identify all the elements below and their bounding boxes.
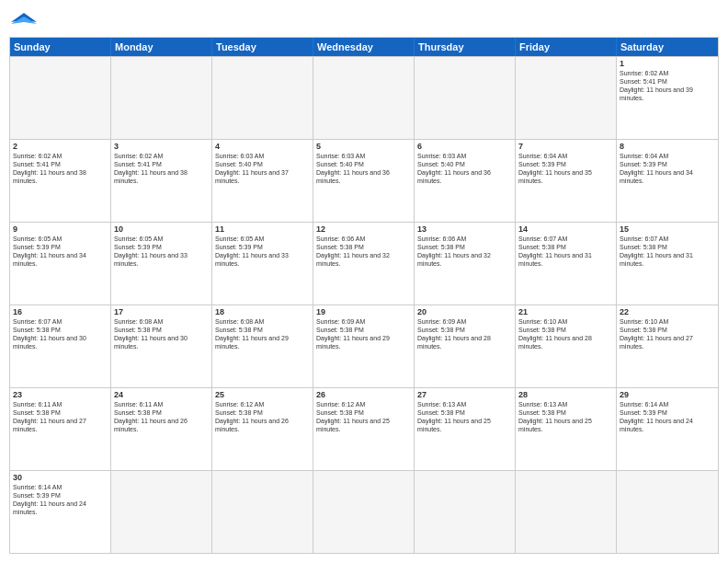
cell-2-3: 4Sunrise: 6:03 AM Sunset: 5:40 PM Daylig…: [212, 140, 313, 222]
cell-info: Sunrise: 6:07 AM Sunset: 5:38 PM Dayligh…: [13, 317, 108, 350]
cell-info: Sunrise: 6:10 AM Sunset: 5:38 PM Dayligh…: [518, 317, 613, 350]
day-number: 3: [114, 142, 209, 151]
day-header-wednesday: Wednesday: [313, 38, 415, 56]
week-4: 16Sunrise: 6:07 AM Sunset: 5:38 PM Dayli…: [10, 304, 718, 387]
calendar: SundayMondayTuesdayWednesdayThursdayFrid…: [9, 37, 719, 554]
day-number: 5: [316, 142, 411, 151]
cell-5-4: 26Sunrise: 6:12 AM Sunset: 5:38 PM Dayli…: [313, 388, 415, 470]
cell-info: Sunrise: 6:09 AM Sunset: 5:38 PM Dayligh…: [316, 317, 411, 350]
cell-4-3: 18Sunrise: 6:08 AM Sunset: 5:38 PM Dayli…: [212, 305, 313, 387]
day-number: 23: [13, 390, 108, 399]
cell-info: Sunrise: 6:14 AM Sunset: 5:39 PM Dayligh…: [620, 400, 715, 433]
cell-6-6: [516, 471, 617, 553]
day-number: 12: [316, 224, 411, 234]
week-2: 2Sunrise: 6:02 AM Sunset: 5:41 PM Daylig…: [10, 139, 718, 222]
cell-3-7: 15Sunrise: 6:07 AM Sunset: 5:38 PM Dayli…: [617, 223, 718, 304]
cell-info: Sunrise: 6:06 AM Sunset: 5:38 PM Dayligh…: [316, 235, 411, 268]
cell-6-3: [212, 471, 313, 553]
cell-2-4: 5Sunrise: 6:03 AM Sunset: 5:40 PM Daylig…: [313, 140, 415, 222]
cell-info: Sunrise: 6:07 AM Sunset: 5:38 PM Dayligh…: [518, 235, 613, 268]
cell-2-2: 3Sunrise: 6:02 AM Sunset: 5:41 PM Daylig…: [111, 140, 212, 222]
week-6: 30Sunrise: 6:14 AM Sunset: 5:39 PM Dayli…: [10, 470, 718, 553]
day-header-thursday: Thursday: [415, 38, 516, 56]
cell-info: Sunrise: 6:06 AM Sunset: 5:38 PM Dayligh…: [417, 235, 512, 268]
day-number: 27: [417, 390, 512, 399]
day-number: 17: [114, 307, 209, 316]
cell-4-6: 21Sunrise: 6:10 AM Sunset: 5:38 PM Dayli…: [516, 305, 617, 387]
cell-info: Sunrise: 6:08 AM Sunset: 5:38 PM Dayligh…: [215, 317, 310, 350]
day-number: 24: [114, 390, 209, 399]
day-header-sunday: Sunday: [10, 38, 111, 56]
day-number: 18: [215, 307, 310, 316]
day-number: 22: [620, 307, 715, 316]
day-number: 20: [417, 307, 512, 316]
day-header-saturday: Saturday: [617, 38, 718, 56]
day-number: 4: [215, 142, 310, 151]
cell-info: Sunrise: 6:05 AM Sunset: 5:39 PM Dayligh…: [114, 235, 209, 268]
day-number: 19: [316, 307, 411, 316]
cell-1-2: [111, 57, 212, 139]
cell-5-1: 23Sunrise: 6:11 AM Sunset: 5:38 PM Dayli…: [10, 388, 111, 470]
cell-3-3: 11Sunrise: 6:05 AM Sunset: 5:39 PM Dayli…: [212, 223, 313, 304]
cell-3-4: 12Sunrise: 6:06 AM Sunset: 5:38 PM Dayli…: [313, 223, 415, 304]
cell-info: Sunrise: 6:14 AM Sunset: 5:39 PM Dayligh…: [13, 483, 108, 516]
cell-2-5: 6Sunrise: 6:03 AM Sunset: 5:40 PM Daylig…: [415, 140, 516, 222]
cell-3-6: 14Sunrise: 6:07 AM Sunset: 5:38 PM Dayli…: [516, 223, 617, 304]
cell-info: Sunrise: 6:03 AM Sunset: 5:40 PM Dayligh…: [417, 152, 512, 185]
cell-info: Sunrise: 6:02 AM Sunset: 5:41 PM Dayligh…: [13, 152, 108, 185]
cell-info: Sunrise: 6:11 AM Sunset: 5:38 PM Dayligh…: [114, 400, 209, 433]
day-number: 9: [13, 224, 108, 234]
cell-info: Sunrise: 6:07 AM Sunset: 5:38 PM Dayligh…: [620, 235, 715, 268]
cell-3-2: 10Sunrise: 6:05 AM Sunset: 5:39 PM Dayli…: [111, 223, 212, 304]
cell-info: Sunrise: 6:02 AM Sunset: 5:41 PM Dayligh…: [114, 152, 209, 185]
cell-1-5: [415, 57, 516, 139]
day-number: 8: [620, 142, 715, 151]
cell-info: Sunrise: 6:13 AM Sunset: 5:38 PM Dayligh…: [518, 400, 613, 433]
weeks: 1Sunrise: 6:02 AM Sunset: 5:41 PM Daylig…: [10, 56, 718, 553]
cell-6-5: [415, 471, 516, 553]
cell-info: Sunrise: 6:04 AM Sunset: 5:39 PM Dayligh…: [518, 152, 613, 185]
cell-1-6: [516, 57, 617, 139]
day-number: 28: [518, 390, 613, 399]
week-1: 1Sunrise: 6:02 AM Sunset: 5:41 PM Daylig…: [10, 56, 718, 139]
day-number: 26: [316, 390, 411, 399]
day-number: 15: [620, 224, 715, 234]
cell-3-5: 13Sunrise: 6:06 AM Sunset: 5:38 PM Dayli…: [415, 223, 516, 304]
cell-info: Sunrise: 6:05 AM Sunset: 5:39 PM Dayligh…: [215, 235, 310, 268]
cell-4-4: 19Sunrise: 6:09 AM Sunset: 5:38 PM Dayli…: [313, 305, 415, 387]
cell-4-7: 22Sunrise: 6:10 AM Sunset: 5:38 PM Dayli…: [617, 305, 718, 387]
day-number: 13: [417, 224, 512, 234]
cell-6-2: [111, 471, 212, 553]
cell-4-1: 16Sunrise: 6:07 AM Sunset: 5:38 PM Dayli…: [10, 305, 111, 387]
cell-1-7: 1Sunrise: 6:02 AM Sunset: 5:41 PM Daylig…: [617, 57, 718, 139]
day-number: 16: [13, 307, 108, 316]
day-number: 6: [417, 142, 512, 151]
logo: [9, 9, 37, 31]
cell-2-6: 7Sunrise: 6:04 AM Sunset: 5:39 PM Daylig…: [516, 140, 617, 222]
cell-info: Sunrise: 6:10 AM Sunset: 5:38 PM Dayligh…: [620, 317, 715, 350]
week-5: 23Sunrise: 6:11 AM Sunset: 5:38 PM Dayli…: [10, 387, 718, 470]
logo-bird-icon: [11, 13, 37, 31]
day-number: 14: [518, 224, 613, 234]
cell-4-5: 20Sunrise: 6:09 AM Sunset: 5:38 PM Dayli…: [415, 305, 516, 387]
day-header-friday: Friday: [516, 38, 617, 56]
week-3: 9Sunrise: 6:05 AM Sunset: 5:39 PM Daylig…: [10, 222, 718, 304]
day-number: 11: [215, 224, 310, 234]
cell-1-4: [313, 57, 415, 139]
cell-3-1: 9Sunrise: 6:05 AM Sunset: 5:39 PM Daylig…: [10, 223, 111, 304]
cell-5-3: 25Sunrise: 6:12 AM Sunset: 5:38 PM Dayli…: [212, 388, 313, 470]
day-number: 10: [114, 224, 209, 234]
day-number: 7: [518, 142, 613, 151]
day-headers: SundayMondayTuesdayWednesdayThursdayFrid…: [10, 38, 718, 56]
day-number: 25: [215, 390, 310, 399]
cell-info: Sunrise: 6:11 AM Sunset: 5:38 PM Dayligh…: [13, 400, 108, 433]
cell-6-1: 30Sunrise: 6:14 AM Sunset: 5:39 PM Dayli…: [10, 471, 111, 553]
header: [9, 9, 719, 31]
day-number: 30: [13, 473, 108, 482]
cell-info: Sunrise: 6:02 AM Sunset: 5:41 PM Dayligh…: [620, 69, 715, 102]
cell-2-1: 2Sunrise: 6:02 AM Sunset: 5:41 PM Daylig…: [10, 140, 111, 222]
cell-5-5: 27Sunrise: 6:13 AM Sunset: 5:38 PM Dayli…: [415, 388, 516, 470]
day-number: 2: [13, 142, 108, 151]
cell-info: Sunrise: 6:08 AM Sunset: 5:38 PM Dayligh…: [114, 317, 209, 350]
cell-6-4: [313, 471, 415, 553]
